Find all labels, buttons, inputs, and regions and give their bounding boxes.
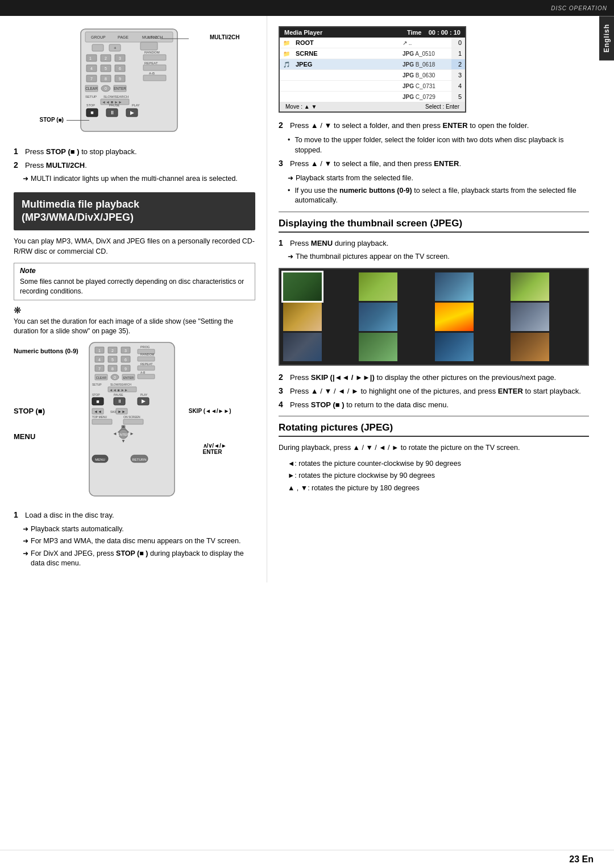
svg-text:5: 5 (105, 67, 107, 71)
rotating-section-title: Rotating pictures (JPEG) (279, 422, 589, 437)
sub-mp3-wma: ➜ For MP3 and WMA, the data disc menu ap… (23, 536, 255, 547)
mp-body: 📁 ROOT ↗ .. 0 📁 SCRNE JPG A_0510 1 🎵 JPE… (280, 38, 465, 102)
svg-text:STOP: STOP (86, 104, 95, 107)
svg-text:PLAY: PLAY (140, 393, 148, 396)
svg-text:7: 7 (98, 367, 101, 371)
thumb-step-2: 2 Press SKIP (|◄◄ / ►►|) to display the … (279, 373, 589, 383)
svg-text:■: ■ (90, 110, 93, 115)
thumb-11 (435, 333, 474, 361)
enter-label: ∧/∨/◄/► ENTER (203, 443, 227, 455)
numeric-label: Numeric buttons (0-9) (14, 347, 78, 355)
page-number: 23 En (569, 854, 594, 865)
svg-text:REPEAT: REPEAT (140, 362, 153, 366)
multimedia-section-heading: Multimedia file playback(MP3/WMA/DivX/JP… (14, 192, 255, 230)
svg-text:►►: ►► (118, 410, 126, 414)
svg-rect-33 (143, 75, 166, 81)
bottom-bar: 23 En (0, 850, 614, 868)
svg-text:9: 9 (125, 367, 127, 371)
svg-text:0: 0 (105, 86, 107, 90)
svg-text:REPEAT: REPEAT (144, 61, 158, 65)
thumb-4 (511, 272, 549, 301)
mp-row-3: JPG B_0630 3 (280, 70, 465, 81)
media-player-screen: Media Player Time 00 : 00 : 10 📁 ROOT ↗ … (279, 26, 466, 113)
right-column: Media Player Time 00 : 00 : 10 📁 ROOT ↗ … (267, 16, 599, 582)
svg-text:SLOW/SEARCH: SLOW/SEARCH (110, 383, 131, 386)
numeric-remote-container: Numeric buttons (0-9) STOP (■) MENU 1 2 (14, 341, 255, 502)
bottom-remote-svg: 1 2 3 PROG 4 5 6 RANDOM 7 (86, 341, 186, 501)
rotate-item-1: ◄: rotates the picture counter-clockwise… (288, 459, 589, 469)
thumb-8 (511, 303, 549, 331)
mp-row-scrne: 📁 SCRNE JPG A_0510 1 (280, 48, 465, 59)
svg-text:►: ► (130, 431, 134, 436)
svg-text:▲: ▲ (121, 424, 126, 429)
tip-icon: ❋ (14, 305, 255, 316)
mp-time-area: Time 00 : 00 : 10 (407, 29, 460, 36)
svg-text:STOP: STOP (92, 393, 100, 396)
svg-text:GROUP: GROUP (91, 35, 106, 39)
svg-text:ENTER: ENTER (113, 86, 126, 90)
top-remote-container: GROUP PAGE MULTI/2CH + PROG 1 2 (14, 26, 255, 139)
svg-text:1: 1 (89, 56, 92, 60)
rotating-section: Rotating pictures (JPEG) During playback… (279, 422, 589, 493)
bottom-steps-list: 1 Load a disc in the disc tray. (14, 510, 255, 520)
svg-text:6: 6 (125, 358, 127, 362)
svg-text:+: + (114, 46, 117, 51)
divider-1 (279, 212, 589, 212)
mp-header: Media Player Time 00 : 00 : 10 (280, 27, 465, 38)
svg-text:◄◄: ◄◄ (94, 410, 102, 414)
stop-label-top: STOP (■) (40, 117, 89, 123)
menu-label: MENU (14, 432, 35, 441)
mp-footer: Move : ▲ ▼ Select : Enter (280, 102, 465, 111)
svg-text:SLOW/SEARCH: SLOW/SEARCH (103, 95, 128, 98)
thumb-10 (359, 333, 397, 361)
svg-text:CLEAR: CLEAR (96, 376, 106, 379)
rotate-item-3: ▲ , ▼: rotates the picture by 180 degree… (288, 483, 589, 494)
svg-text:ON SCREEN: ON SCREEN (123, 415, 140, 419)
multi2ch-label: MULTI/2CH (210, 34, 240, 40)
mp-row-root: 📁 ROOT ↗ .. 0 (280, 38, 465, 48)
right-step-3: 3 Press ▲ / ▼ to select a file, and then… (279, 159, 589, 169)
thumb-9 (283, 333, 322, 361)
svg-rect-10 (86, 55, 97, 61)
note-label: Note (20, 267, 249, 275)
rotate-item-2: ►: rotates the picture clockwise by 90 d… (288, 471, 589, 481)
svg-text:1: 1 (98, 349, 101, 353)
svg-text:8: 8 (111, 367, 114, 371)
sub-thumbnail-appear: ➜ The thumbnail pictures appear on the T… (288, 252, 589, 262)
svg-text:RANDOM: RANDOM (144, 51, 160, 54)
divider-2 (279, 416, 589, 416)
svg-rect-107 (92, 419, 112, 424)
sub-divx-jpeg: ➜ For DivX and JPEG, press STOP (■ ) dur… (23, 549, 255, 569)
step-1: 1 Press STOP (■ ) to stop playback. (14, 147, 255, 157)
svg-text:▼: ▼ (121, 439, 126, 444)
thumb-step-3: 3 Press ▲ / ▼ / ◄ / ► to highlight one o… (279, 386, 589, 396)
thumbnail-grid (279, 268, 589, 366)
multimedia-desc: You can play MP3, WMA, DivX and JPEG fil… (14, 236, 255, 258)
svg-text:3: 3 (119, 56, 121, 60)
svg-text:9: 9 (119, 77, 121, 81)
mp-move: Move : ▲ ▼ (285, 104, 317, 110)
note-box: Note Some files cannot be played correct… (14, 263, 255, 300)
svg-rect-8 (140, 42, 157, 50)
svg-text:A-B: A-B (149, 72, 155, 75)
thumb-step-4: 4 Press STOP (■ ) to return to the data … (279, 400, 589, 410)
rotating-desc: During playback, press ▲ / ▼ / ◄ / ► to … (279, 443, 589, 453)
sub-item-multi: ➜ MULTI indicator lights up when the mul… (23, 174, 255, 184)
svg-text:4: 4 (90, 67, 93, 71)
svg-text:7: 7 (90, 77, 93, 81)
thumb-1 (283, 272, 322, 301)
sub-numeric-select: • If you use the numeric buttons (0-9) t… (288, 186, 589, 206)
svg-text:SETUP: SETUP (92, 383, 102, 386)
svg-rect-70 (138, 357, 155, 361)
svg-text:4: 4 (98, 358, 101, 362)
svg-rect-25 (143, 65, 166, 71)
mp-row-jpeg: 🎵 JPEG JPG B_0618 2 (280, 59, 465, 70)
svg-rect-86 (138, 374, 155, 379)
sub-playback-selected: ➜ Playback starts from the selected file… (288, 173, 589, 184)
svg-text:0: 0 (114, 375, 116, 379)
right-steps: 2 Press ▲ / ▼ to select a folder, and th… (279, 121, 589, 206)
svg-text:PROG: PROG (148, 36, 158, 39)
svg-text:8: 8 (105, 77, 107, 81)
mp-row-4: JPG C_0731 4 (280, 81, 465, 92)
thumbnail-section-title: Displaying the thumbnail screen (JPEG) (279, 218, 589, 233)
